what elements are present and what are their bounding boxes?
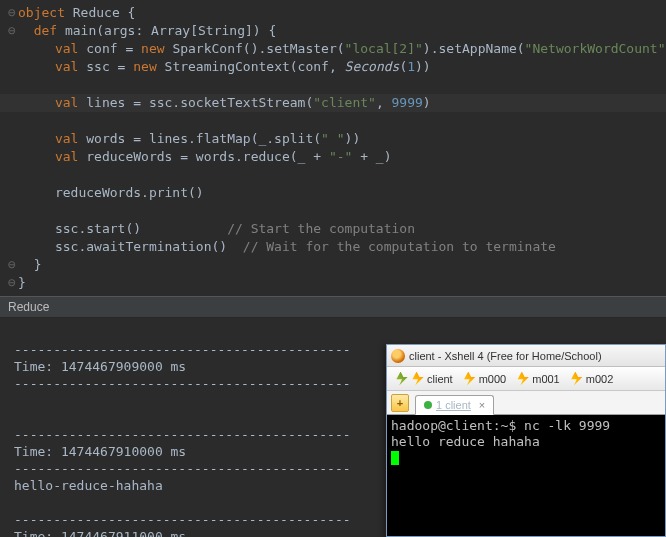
code-line: ssc.awaitTermination() // Wait for the c… xyxy=(0,238,666,256)
toolbar-session-m000[interactable]: m000 xyxy=(459,370,511,388)
xshell-window[interactable]: client - Xshell 4 (Free for Home/School)… xyxy=(386,344,666,537)
connection-status-icon xyxy=(424,401,432,409)
code-editor[interactable]: ⊖object Reduce { ⊖ def main(args: Array[… xyxy=(0,0,666,296)
code-line: reduceWords.print() xyxy=(0,184,666,202)
bolt-icon xyxy=(411,372,425,386)
xshell-toolbar: client m000 m001 m002 xyxy=(387,367,665,391)
terminal-cursor xyxy=(391,451,399,465)
code-line: ⊖ } xyxy=(0,256,666,274)
code-line: ssc.start() // Start the computation xyxy=(0,220,666,238)
close-tab-icon[interactable]: × xyxy=(479,399,485,411)
code-line: ⊖ def main(args: Array[String]) { xyxy=(0,22,666,40)
code-line xyxy=(0,202,666,220)
xshell-tabbar: + 1 client × xyxy=(387,391,665,415)
xshell-titlebar[interactable]: client - Xshell 4 (Free for Home/School) xyxy=(387,345,665,367)
console-line: ----------------------------------------… xyxy=(14,461,351,476)
bolt-icon xyxy=(395,372,409,386)
code-line-highlighted: val lines = ssc.socketTextStream("client… xyxy=(0,94,666,112)
terminal-line: hello reduce hahaha xyxy=(391,434,540,449)
console-line: ----------------------------------------… xyxy=(14,376,351,391)
add-tab-button[interactable]: + xyxy=(391,394,409,412)
terminal-line: hadoop@client:~$ nc -lk 9999 xyxy=(391,418,610,433)
xshell-app-icon xyxy=(391,349,405,363)
code-line xyxy=(0,166,666,184)
console-line: Time: 1474467909000 ms xyxy=(14,359,186,374)
terminal-tab-client[interactable]: 1 client × xyxy=(415,395,494,415)
window-title: client - Xshell 4 (Free for Home/School) xyxy=(409,350,602,362)
code-line: ⊖object Reduce { xyxy=(0,4,666,22)
code-line xyxy=(0,112,666,130)
code-line: val reduceWords = words.reduce(_ + "-" +… xyxy=(0,148,666,166)
code-line: val conf = new SparkConf().setMaster("lo… xyxy=(0,40,666,58)
code-line xyxy=(0,76,666,94)
bolt-icon xyxy=(463,372,477,386)
bolt-icon xyxy=(516,372,530,386)
console-line: ----------------------------------------… xyxy=(14,512,351,527)
console-line: ----------------------------------------… xyxy=(14,427,351,442)
console-line: ----------------------------------------… xyxy=(14,342,351,357)
code-line: val words = lines.flatMap(_.split(" ")) xyxy=(0,130,666,148)
code-line: val ssc = new StreamingContext(conf, Sec… xyxy=(0,58,666,76)
console-line: hello-reduce-hahaha xyxy=(14,478,163,493)
terminal-body[interactable]: hadoop@client:~$ nc -lk 9999 hello reduc… xyxy=(387,415,665,536)
code-line: ⊖} xyxy=(0,274,666,292)
tab-label: 1 client xyxy=(436,399,471,411)
console-line: Time: 1474467911000 ms xyxy=(14,529,186,537)
run-config-label: Reduce xyxy=(0,296,666,318)
toolbar-session-client[interactable]: client xyxy=(391,370,457,388)
bolt-icon xyxy=(570,372,584,386)
toolbar-session-m002[interactable]: m002 xyxy=(566,370,618,388)
toolbar-session-m001[interactable]: m001 xyxy=(512,370,564,388)
console-line: Time: 1474467910000 ms xyxy=(14,444,186,459)
